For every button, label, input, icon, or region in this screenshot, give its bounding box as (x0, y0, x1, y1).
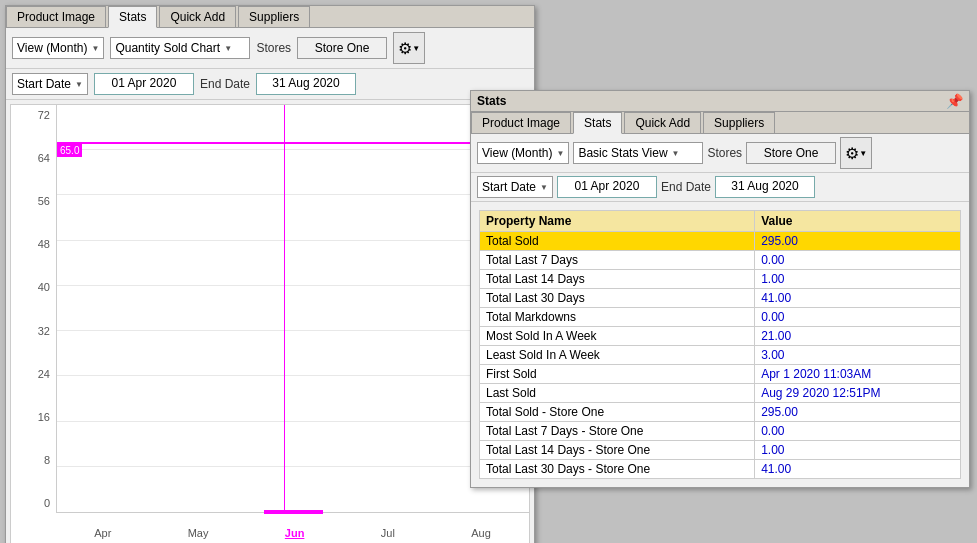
stats-tab-quick-add[interactable]: Quick Add (624, 112, 701, 133)
stores-label: Stores (256, 41, 291, 55)
chart-type-label: Quantity Sold Chart (115, 41, 220, 55)
stats-row-property-6: Least Sold In A Week (480, 346, 755, 365)
y-label-72: 72 (13, 109, 54, 121)
stats-row-4[interactable]: Total Markdowns0.00 (480, 308, 961, 327)
start-date-field[interactable]: 01 Apr 2020 (94, 73, 194, 95)
stats-row-12[interactable]: Total Last 30 Days - Store One41.00 (480, 460, 961, 479)
y-label-32: 32 (13, 325, 54, 337)
chart-type-dropdown[interactable]: Quantity Sold Chart ▼ (110, 37, 250, 59)
x-label-jul: Jul (381, 527, 395, 539)
main-window: Product Image Stats Quick Add Suppliers … (5, 5, 535, 543)
stats-gear-icon: ⚙ (845, 144, 859, 163)
x-labels: Apr May Jun Jul Aug (56, 527, 529, 539)
stats-row-property-4: Total Markdowns (480, 308, 755, 327)
stats-row-value-2: 1.00 (755, 270, 961, 289)
y-label-16: 16 (13, 411, 54, 423)
col-header-value: Value (755, 211, 961, 232)
main-toolbar-row2: Start Date ▼ 01 Apr 2020 End Date 31 Aug… (6, 69, 534, 100)
stats-row-property-1: Total Last 7 Days (480, 251, 755, 270)
stats-row-value-4: 0.00 (755, 308, 961, 327)
average-label: 65.0 (57, 144, 82, 157)
stats-row-value-12: 41.00 (755, 460, 961, 479)
stats-row-3[interactable]: Total Last 30 Days41.00 (480, 289, 961, 308)
stats-row-0[interactable]: Total Sold295.00 (480, 232, 961, 251)
stats-window-title: Stats (477, 94, 506, 108)
tab-suppliers[interactable]: Suppliers (238, 6, 310, 27)
stats-row-6[interactable]: Least Sold In A Week3.00 (480, 346, 961, 365)
pin-icon[interactable]: 📌 (946, 93, 963, 109)
col-header-property: Property Name (480, 211, 755, 232)
x-label-aug: Aug (471, 527, 491, 539)
stats-table: Property Name Value Total Sold295.00Tota… (479, 210, 961, 479)
stats-start-date-dropdown[interactable]: Start Date ▼ (477, 176, 553, 198)
view-month-label: View (Month) (17, 41, 87, 55)
chart-type-arrow: ▼ (224, 44, 232, 53)
chart-area[interactable]: 0 8 16 24 32 40 48 56 64 72 (10, 104, 530, 543)
y-label-48: 48 (13, 238, 54, 250)
x-label-apr: Apr (94, 527, 111, 539)
stats-row-property-0: Total Sold (480, 232, 755, 251)
stats-window: Stats 📌 Product Image Stats Quick Add Su… (470, 90, 970, 488)
stats-gear-dropdown[interactable]: ⚙ ▼ (840, 137, 872, 169)
stats-row-value-6: 3.00 (755, 346, 961, 365)
stats-row-property-7: First Sold (480, 365, 755, 384)
gear-icon: ⚙ (398, 39, 412, 58)
gear-arrow: ▼ (412, 44, 420, 53)
stats-table-container: Property Name Value Total Sold295.00Tota… (471, 202, 969, 487)
store-button[interactable]: Store One (297, 37, 387, 59)
stats-chart-type-label: Basic Stats View (578, 146, 667, 160)
stats-row-8[interactable]: Last SoldAug 29 2020 12:51PM (480, 384, 961, 403)
cursor-line (284, 105, 285, 512)
stats-row-value-1: 0.00 (755, 251, 961, 270)
stats-tab-stats[interactable]: Stats (573, 112, 622, 134)
stats-row-property-3: Total Last 30 Days (480, 289, 755, 308)
stats-chart-type-arrow: ▼ (672, 149, 680, 158)
end-date-field[interactable]: 31 Aug 2020 (256, 73, 356, 95)
stats-start-date-label: Start Date (482, 180, 536, 194)
gear-dropdown[interactable]: ⚙ ▼ (393, 32, 425, 64)
stats-row-1[interactable]: Total Last 7 Days0.00 (480, 251, 961, 270)
stats-row-10[interactable]: Total Last 7 Days - Store One0.00 (480, 422, 961, 441)
stats-view-month-label: View (Month) (482, 146, 552, 160)
stats-row-property-10: Total Last 7 Days - Store One (480, 422, 755, 441)
start-date-dropdown[interactable]: Start Date ▼ (12, 73, 88, 95)
stats-end-date-label: End Date (661, 180, 711, 194)
stats-row-property-11: Total Last 14 Days - Store One (480, 441, 755, 460)
stats-tab-bar: Product Image Stats Quick Add Suppliers (471, 112, 969, 134)
stats-tab-product-image[interactable]: Product Image (471, 112, 571, 133)
start-date-label: Start Date (17, 77, 71, 91)
stats-title-bar: Stats 📌 (471, 91, 969, 112)
stats-row-value-3: 41.00 (755, 289, 961, 308)
view-month-dropdown[interactable]: View (Month) ▼ (12, 37, 104, 59)
stats-row-value-8: Aug 29 2020 12:51PM (755, 384, 961, 403)
stats-row-property-5: Most Sold In A Week (480, 327, 755, 346)
stats-start-date-arrow: ▼ (540, 183, 548, 192)
end-date-label: End Date (200, 77, 250, 91)
tab-stats[interactable]: Stats (108, 6, 157, 28)
y-axis: 0 8 16 24 32 40 48 56 64 72 (11, 105, 56, 513)
stats-row-value-11: 1.00 (755, 441, 961, 460)
stats-chart-type-dropdown[interactable]: Basic Stats View ▼ (573, 142, 703, 164)
stats-row-5[interactable]: Most Sold In A Week21.00 (480, 327, 961, 346)
tab-product-image[interactable]: Product Image (6, 6, 106, 27)
stats-row-9[interactable]: Total Sold - Store One295.00 (480, 403, 961, 422)
stats-end-date-field[interactable]: 31 Aug 2020 (715, 176, 815, 198)
y-label-24: 24 (13, 368, 54, 380)
stats-view-month-arrow: ▼ (556, 149, 564, 158)
stats-row-value-5: 21.00 (755, 327, 961, 346)
tab-quick-add[interactable]: Quick Add (159, 6, 236, 27)
y-label-40: 40 (13, 281, 54, 293)
stats-row-11[interactable]: Total Last 14 Days - Store One1.00 (480, 441, 961, 460)
stats-row-value-9: 295.00 (755, 403, 961, 422)
stats-toolbar-row2: Start Date ▼ 01 Apr 2020 End Date 31 Aug… (471, 173, 969, 202)
stats-row-7[interactable]: First SoldApr 1 2020 11:03AM (480, 365, 961, 384)
main-toolbar-row1: View (Month) ▼ Quantity Sold Chart ▼ Sto… (6, 28, 534, 69)
stats-stores-label: Stores (707, 146, 742, 160)
y-label-56: 56 (13, 195, 54, 207)
stats-start-date-field[interactable]: 01 Apr 2020 (557, 176, 657, 198)
stats-tab-suppliers[interactable]: Suppliers (703, 112, 775, 133)
stats-view-month-dropdown[interactable]: View (Month) ▼ (477, 142, 569, 164)
stats-row-2[interactable]: Total Last 14 Days1.00 (480, 270, 961, 289)
stats-store-button[interactable]: Store One (746, 142, 836, 164)
y-label-0: 0 (13, 497, 54, 509)
